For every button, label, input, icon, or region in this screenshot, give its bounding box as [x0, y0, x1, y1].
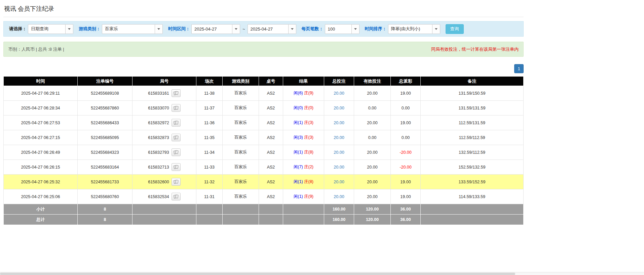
time-cell: 2025-04-27 06:25:06 — [4, 189, 78, 204]
remark-cell: 131.59/131.59 — [421, 101, 524, 116]
game-type-cell: 百家乐 — [223, 145, 259, 160]
total-bet-link[interactable]: 20.00 — [334, 194, 344, 199]
col-header-result: 结果 — [283, 77, 324, 86]
banker-result: 庄(8) — [304, 150, 313, 154]
date-range-separator: ~ — [242, 27, 245, 32]
view-cards-button[interactable] — [172, 104, 181, 112]
date-from-input[interactable] — [191, 24, 232, 34]
bet-id-cell: 522455689108 — [78, 86, 132, 101]
col-header-valid-bet: 有效投注 — [354, 77, 391, 86]
cards-icon — [174, 121, 179, 125]
game-type-dropdown-button[interactable] — [155, 24, 163, 34]
remark-cell: 133.59/152.59 — [421, 175, 524, 189]
cards-icon — [174, 91, 179, 95]
view-cards-button[interactable] — [172, 89, 181, 97]
query-type-input[interactable] — [28, 24, 66, 34]
valid-bet-cell: 0.00 — [354, 130, 391, 145]
total-count: 8 — [78, 215, 132, 225]
view-cards-button[interactable] — [172, 148, 181, 156]
total-row: 总计 8 160.00 120.00 36.00 — [4, 215, 524, 225]
view-cards-button[interactable] — [172, 119, 181, 127]
total-bet-link[interactable]: 20.00 — [334, 150, 344, 155]
remark-cell: 152.59/132.59 — [421, 160, 524, 175]
time-cell: 2025-04-27 06:26:49 — [4, 145, 78, 160]
view-cards-button[interactable] — [172, 193, 181, 200]
col-header-session: 场次 — [196, 77, 223, 86]
payout-cell: -20.00 — [391, 145, 421, 160]
valid-bet-cell: 0.00 — [354, 101, 391, 116]
empty-cell — [283, 204, 324, 215]
date-to-dropdown-button[interactable] — [289, 24, 296, 34]
round-id: 615832972 — [148, 121, 169, 125]
session-cell: 11-38 — [196, 86, 223, 101]
total-bet-link[interactable]: 20.00 — [334, 180, 344, 184]
page-size-dropdown-button[interactable] — [352, 24, 359, 34]
round-id: 615833070 — [148, 106, 169, 110]
empty-cell — [196, 204, 223, 215]
valid-bet-cell: 20.00 — [354, 189, 391, 204]
table-no-cell: AS2 — [259, 175, 283, 189]
banker-result: 庄(9) — [304, 91, 313, 95]
player-result: 闲(1) — [294, 179, 303, 184]
filter-bar: 请选择： 游戏类别： 时间区间： ~ 每页笔数： 时间排序： — [3, 21, 524, 37]
horizontal-scrollbar-thumb[interactable] — [0, 273, 515, 275]
remark-cell: 112.59/131.59 — [421, 116, 524, 130]
empty-cell — [223, 215, 259, 225]
banker-result: 庄(8) — [304, 179, 313, 184]
page-size-input[interactable] — [325, 24, 352, 34]
round-id: 615832534 — [148, 194, 169, 199]
game-type-cell: 百家乐 — [223, 189, 259, 204]
col-header-round: 局号 — [132, 77, 196, 86]
cards-icon — [174, 165, 179, 169]
valid-bet-cell: 20.00 — [354, 116, 391, 130]
bet-id-cell: 522455681733 — [78, 175, 132, 189]
table-no-cell: AS2 — [259, 86, 283, 101]
total-bet-link[interactable]: 20.00 — [334, 165, 344, 170]
total-bet-link[interactable]: 20.00 — [334, 106, 344, 110]
remark-cell: 132.59/112.59 — [421, 145, 524, 160]
round-id: 615832873 — [148, 135, 169, 140]
total-bet-link[interactable]: 20.00 — [334, 121, 344, 125]
col-header-total-bet: 总投注 — [324, 77, 354, 86]
summary-currency-count: 币别：人民币 | 总共 :8 注单 | — [8, 46, 64, 52]
bet-records-table: 时间 注单编号 局号 场次 游戏类别 桌号 结果 总投注 有效投注 总派彩 备注… — [3, 76, 524, 225]
empty-cell — [196, 215, 223, 225]
table-row: 2025-04-27 06:25:06522455680760615832534… — [4, 189, 524, 204]
round-cell: 615832534 — [132, 189, 196, 204]
round-id: 615832793 — [148, 150, 169, 155]
subtotal-total-bet: 160.00 — [324, 204, 354, 215]
date-to-input[interactable] — [248, 24, 289, 34]
subtotal-payout: 36.00 — [391, 204, 421, 215]
game-type-input[interactable] — [102, 24, 155, 34]
table-body: 2025-04-27 06:29:11522455689108615833161… — [4, 86, 524, 204]
sort-input[interactable] — [388, 24, 432, 34]
date-from-dropdown-button[interactable] — [232, 24, 240, 34]
payout-cell: 19.00 — [391, 175, 421, 189]
player-result: 闲(1) — [294, 194, 303, 199]
table-no-cell: AS2 — [259, 130, 283, 145]
view-cards-button[interactable] — [172, 134, 181, 141]
query-type-dropdown-button[interactable] — [66, 24, 73, 34]
sort-dropdown-button[interactable] — [432, 24, 440, 34]
view-cards-button[interactable] — [172, 163, 181, 171]
player-result: 闲(1) — [294, 150, 303, 154]
date-to-combo — [248, 24, 296, 34]
col-header-remark: 备注 — [421, 77, 524, 86]
view-cards-button[interactable] — [172, 178, 181, 186]
total-bet-link[interactable]: 20.00 — [334, 91, 344, 96]
subtotal-label: 小计 — [4, 204, 78, 215]
horizontal-scrollbar[interactable] — [0, 272, 644, 275]
empty-cell — [259, 204, 283, 215]
session-cell: 11-31 — [196, 189, 223, 204]
payout-cell: 19.00 — [391, 116, 421, 130]
total-bet-link[interactable]: 20.00 — [334, 135, 344, 140]
game-type-combo — [102, 24, 163, 34]
total-bet-cell: 20.00 — [324, 86, 354, 101]
page-1-button[interactable]: 1 — [514, 64, 524, 73]
table-row: 2025-04-27 06:25:32522455681733615832600… — [4, 175, 524, 189]
chevron-down-icon — [354, 28, 357, 30]
col-header-time: 时间 — [4, 77, 78, 86]
total-valid-bet: 120.00 — [354, 215, 391, 225]
date-from-combo — [191, 24, 240, 34]
search-button[interactable]: 查询 — [446, 24, 464, 34]
